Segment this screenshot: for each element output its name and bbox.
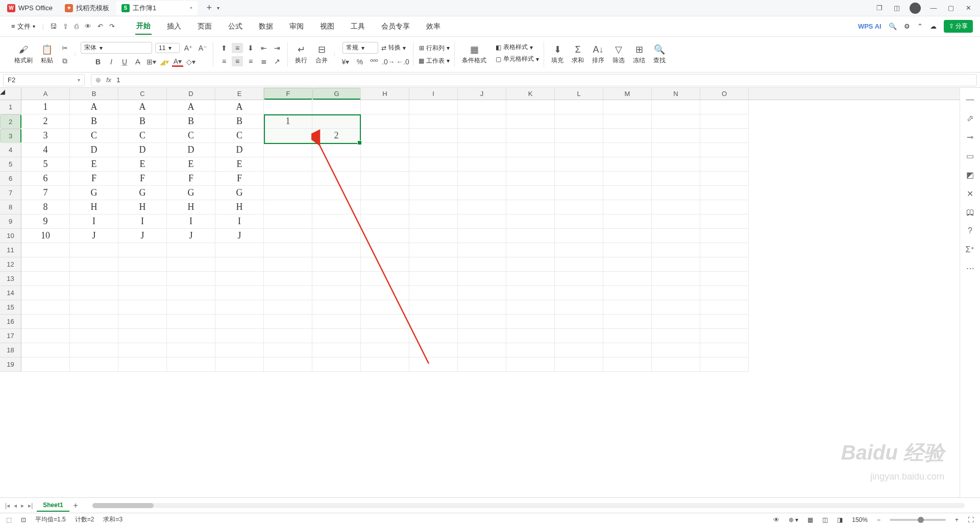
cell-C10[interactable]: J — [118, 229, 167, 243]
cell-G5[interactable] — [312, 157, 361, 172]
cell-F11[interactable] — [264, 243, 312, 257]
cell-B16[interactable] — [70, 315, 118, 329]
convert-button[interactable]: ⇄ 转换▾ — [381, 42, 406, 54]
row-header-11[interactable]: 11 — [0, 243, 21, 257]
cell-H13[interactable] — [361, 272, 409, 286]
cell-G3[interactable]: 2 — [312, 129, 361, 143]
cell-I13[interactable] — [409, 272, 458, 286]
cell-E19[interactable] — [215, 357, 264, 372]
window-multi-icon[interactable]: ❐ — [875, 4, 884, 13]
cell-B5[interactable]: E — [70, 157, 118, 172]
fill-button[interactable]: ⬇填充 — [549, 43, 566, 66]
cell-N5[interactable] — [652, 157, 700, 172]
cell-G19[interactable] — [312, 357, 361, 372]
cell-C14[interactable] — [118, 286, 167, 300]
template-tab[interactable]: ✦ 找稻壳模板 — [60, 1, 114, 15]
cell-H3[interactable] — [361, 129, 409, 143]
align-bottom-button[interactable]: ⬇ — [245, 43, 256, 53]
row-header-5[interactable]: 5 — [0, 157, 21, 172]
cell-F15[interactable] — [264, 300, 312, 315]
cell-O16[interactable] — [700, 315, 749, 329]
cell-F13[interactable] — [264, 272, 312, 286]
cell-D8[interactable]: H — [167, 200, 215, 214]
cell-I10[interactable] — [409, 229, 458, 243]
cell-I6[interactable] — [409, 172, 458, 186]
increase-indent-button[interactable]: ⇥ — [272, 43, 283, 53]
row-header-9[interactable]: 9 — [0, 214, 21, 229]
cell-A14[interactable] — [21, 286, 70, 300]
column-header-K[interactable]: K — [506, 88, 555, 100]
cell-B7[interactable]: G — [70, 186, 118, 200]
print-icon[interactable]: ⎙ — [75, 22, 79, 30]
horizontal-scrollbar[interactable] — [92, 503, 965, 508]
decrease-indent-button[interactable]: ⇤ — [258, 43, 270, 53]
cell-M8[interactable] — [603, 200, 652, 214]
cell-A3[interactable]: 3 — [21, 129, 70, 143]
row-header-2[interactable]: 2 — [0, 114, 21, 129]
cell-G17[interactable] — [312, 329, 361, 343]
cell-H9[interactable] — [361, 214, 409, 229]
tab-member[interactable]: 会员专享 — [380, 19, 411, 34]
cell-O2[interactable] — [700, 114, 749, 129]
cell-E11[interactable] — [215, 243, 264, 257]
cell-K1[interactable] — [506, 100, 555, 114]
cell-K9[interactable] — [506, 214, 555, 229]
cell-L16[interactable] — [555, 315, 603, 329]
cell-C15[interactable] — [118, 300, 167, 315]
cell-D5[interactable]: E — [167, 157, 215, 172]
document-tab[interactable]: S 工作簿1 • — [116, 1, 198, 15]
cell-O12[interactable] — [700, 257, 749, 272]
cell-style-button[interactable]: ▢ 单元格样式▾ — [496, 55, 539, 63]
cell-F7[interactable] — [264, 186, 312, 200]
cell-O6[interactable] — [700, 172, 749, 186]
row-header-14[interactable]: 14 — [0, 286, 21, 300]
cell-B3[interactable]: C — [70, 129, 118, 143]
cell-M15[interactable] — [603, 300, 652, 315]
cell-D11[interactable] — [167, 243, 215, 257]
cell-B19[interactable] — [70, 357, 118, 372]
cell-G10[interactable] — [312, 229, 361, 243]
cell-D10[interactable]: J — [167, 229, 215, 243]
cell-L12[interactable] — [555, 257, 603, 272]
cell-E5[interactable]: E — [215, 157, 264, 172]
cell-E10[interactable]: J — [215, 229, 264, 243]
cell-M9[interactable] — [603, 214, 652, 229]
cell-A18[interactable] — [21, 343, 70, 357]
cell-J17[interactable] — [458, 329, 506, 343]
view-target-icon[interactable]: ⊕ ▾ — [789, 516, 798, 523]
cell-I12[interactable] — [409, 257, 458, 272]
cell-F16[interactable] — [264, 315, 312, 329]
cell-O18[interactable] — [700, 343, 749, 357]
increase-decimal-button[interactable]: .0→ — [383, 57, 394, 67]
cell-G12[interactable] — [312, 257, 361, 272]
cell-F8[interactable] — [264, 200, 312, 214]
add-sheet-button[interactable]: + — [74, 501, 78, 510]
cell-F2[interactable]: 1 — [264, 114, 312, 129]
cell-C12[interactable] — [118, 257, 167, 272]
font-name-select[interactable]: 宋体▾ — [81, 42, 152, 54]
cell-E14[interactable] — [215, 286, 264, 300]
cell-O5[interactable] — [700, 157, 749, 172]
cell-G14[interactable] — [312, 286, 361, 300]
cell-J18[interactable] — [458, 343, 506, 357]
select-all-corner[interactable]: ◢ — [0, 88, 21, 100]
cell-J5[interactable] — [458, 157, 506, 172]
row-header-15[interactable]: 15 — [0, 300, 21, 315]
cell-A7[interactable]: 7 — [21, 186, 70, 200]
cell-N19[interactable] — [652, 357, 700, 372]
select-tool-icon[interactable]: ⬀ — [967, 113, 973, 123]
cell-H8[interactable] — [361, 200, 409, 214]
tools-icon[interactable]: ✕ — [967, 189, 973, 199]
row-header-4[interactable]: 4 — [0, 143, 21, 157]
cell-D6[interactable]: F — [167, 172, 215, 186]
cell-O13[interactable] — [700, 272, 749, 286]
row-header-6[interactable]: 6 — [0, 172, 21, 186]
cell-F1[interactable] — [264, 100, 312, 114]
print-preview-icon[interactable]: 👁 — [85, 22, 91, 30]
cell-J9[interactable] — [458, 214, 506, 229]
cell-J10[interactable] — [458, 229, 506, 243]
cell-H14[interactable] — [361, 286, 409, 300]
cell-N16[interactable] — [652, 315, 700, 329]
column-header-I[interactable]: I — [409, 88, 458, 100]
cell-O15[interactable] — [700, 300, 749, 315]
